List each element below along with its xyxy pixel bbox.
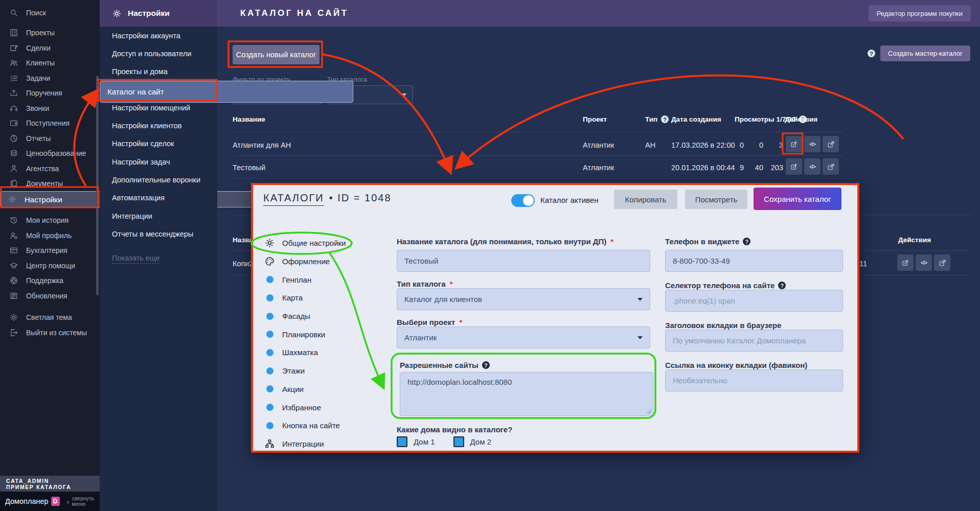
- modal-tab-floors[interactable]: Этажи: [253, 362, 394, 380]
- help-icon[interactable]: ?: [778, 282, 786, 289]
- resize-handle[interactable]: [645, 408, 651, 414]
- embed-code-button[interactable]: </>: [804, 136, 821, 152]
- dot-icon: [264, 384, 275, 394]
- sitemap-icon: [264, 438, 275, 449]
- settings-item-clients[interactable]: Настройки клиентов: [100, 117, 217, 134]
- settings-item-deals[interactable]: Настройки сделок: [100, 135, 217, 153]
- coins-icon: [9, 149, 18, 158]
- embed-code-button[interactable]: </>: [804, 158, 821, 175]
- sidebar-item-support[interactable]: Поддержка: [0, 273, 100, 289]
- code-icon: </>: [809, 142, 815, 147]
- dot-icon: [264, 365, 275, 376]
- phone-selector-input[interactable]: [665, 290, 843, 312]
- modal-id: • ID = 1048: [329, 192, 392, 204]
- external-link-icon: [939, 259, 946, 267]
- catalog-name-input[interactable]: [397, 250, 650, 272]
- sidebar-item-logout[interactable]: Выйти из системы: [0, 325, 100, 340]
- catalog-type-select[interactable]: Каталог для клиентов: [397, 288, 650, 310]
- modal-tab-favorites[interactable]: Избранное: [253, 398, 394, 416]
- settings-item-tasks[interactable]: Настройки задач: [100, 153, 217, 171]
- house2-checkbox[interactable]: [453, 436, 464, 447]
- code-icon: </>: [809, 164, 815, 170]
- settings-item-automation[interactable]: Автоматизация: [100, 189, 217, 207]
- modal-title-link[interactable]: КАТАЛОГИ: [263, 192, 324, 206]
- modal-tab-facades[interactable]: Фасады: [253, 307, 394, 326]
- favicon-input[interactable]: [665, 369, 843, 391]
- house1-checkbox[interactable]: [397, 436, 407, 447]
- view-button[interactable]: Посмотреть: [685, 190, 747, 209]
- modal-tab-layouts[interactable]: Планировки: [253, 325, 394, 343]
- edit-catalog-button[interactable]: [786, 136, 802, 152]
- show-more-link[interactable]: Показать еще: [100, 250, 217, 268]
- purchase-programs-editor-button[interactable]: Редактор программ покупки: [869, 5, 971, 21]
- edit-icon: [902, 259, 909, 267]
- sidebar-item-light-theme[interactable]: Светлая тема: [0, 310, 100, 326]
- open-catalog-button[interactable]: [823, 158, 839, 175]
- embed-code-button[interactable]: </>: [916, 254, 932, 271]
- sidebar-item-deals[interactable]: Сделки: [0, 40, 100, 56]
- dot-icon: [264, 311, 275, 321]
- collapse-menu-button[interactable]: ‹ свернутьменю: [67, 496, 95, 507]
- sidebar-item-updates[interactable]: Обновления: [0, 288, 100, 304]
- modal-tab-general[interactable]: Общие настройки: [253, 234, 394, 252]
- news-icon: [9, 291, 18, 300]
- modal-tab-site-button[interactable]: Кнопка на сайте: [253, 416, 394, 435]
- edit-catalog-button[interactable]: [786, 158, 802, 175]
- modal-tab-appearance[interactable]: Оформление: [253, 252, 394, 271]
- sidebar-item-accounting[interactable]: Бухгалтерия: [0, 243, 100, 259]
- column-header-project: Проект: [583, 115, 607, 123]
- sidebar-item-profile[interactable]: Мой профиль: [0, 228, 100, 243]
- sidebar-item-reports[interactable]: Отчеты: [0, 131, 100, 146]
- sidebar-item-incomes[interactable]: Поступления: [0, 116, 100, 131]
- settings-item-integrations[interactable]: Интеграции: [100, 207, 217, 225]
- save-catalog-button[interactable]: Сохранить каталог: [754, 188, 841, 210]
- project-select[interactable]: Атлантик: [397, 327, 650, 349]
- catalog-name: Тестовый: [233, 164, 265, 172]
- deal-icon: [9, 43, 18, 53]
- modal-tab-map[interactable]: Карта: [253, 289, 394, 307]
- help-icon[interactable]: ?: [868, 50, 875, 57]
- sidebar-item-documents[interactable]: Документы: [0, 176, 100, 192]
- settings-item-messenger-reports[interactable]: Отчеты в мессенджеры: [100, 225, 217, 243]
- chevron-down-icon: [401, 94, 406, 97]
- settings-item-access[interactable]: Доступ и пользователи: [100, 44, 217, 62]
- modal-tab-chessboard[interactable]: Шахматка: [253, 343, 394, 362]
- help-icon[interactable]: ?: [482, 361, 490, 369]
- sidebar-item-tasks[interactable]: Задачи: [0, 71, 100, 86]
- sidebar-item-history[interactable]: Моя история: [0, 213, 100, 228]
- modal-tab-promos[interactable]: Акции: [253, 380, 394, 399]
- settings-item-projects[interactable]: Проекты и дома: [100, 63, 217, 81]
- modal-title: КАТАЛОГИ • ID = 1048: [263, 192, 392, 206]
- modal-tab-integrations[interactable]: Интеграции: [253, 435, 394, 453]
- open-catalog-button[interactable]: [934, 254, 950, 271]
- sidebar-item-projects[interactable]: Проекты: [0, 26, 100, 41]
- sidebar-item-orders[interactable]: Поручения: [0, 86, 100, 101]
- modal-tab-genplan[interactable]: Генплан: [253, 270, 394, 289]
- catalog-active-toggle[interactable]: [511, 194, 535, 207]
- catalog-date-fragment: 11: [859, 260, 867, 268]
- settings-item-account[interactable]: Настройки аккаунта: [100, 27, 217, 44]
- settings-sidebar-title: Настройки: [128, 9, 170, 18]
- sidebar-scrollbar[interactable]: [96, 76, 99, 295]
- open-catalog-button[interactable]: [823, 136, 839, 152]
- create-catalog-button[interactable]: Создать новый каталог: [233, 45, 320, 64]
- sidebar-item-calls[interactable]: Звонки: [0, 101, 100, 116]
- sidebar-item-pricing[interactable]: Ценообразование: [0, 146, 100, 161]
- copy-button[interactable]: Копировать: [614, 190, 677, 209]
- checklist-icon: [9, 74, 18, 83]
- sidebar-item-search[interactable]: Поиск: [0, 5, 100, 20]
- settings-item-funnels[interactable]: Дополнительные воронки: [100, 171, 217, 189]
- brand-logo: D: [51, 497, 60, 506]
- sidebar-item-clients[interactable]: Клиенты: [0, 56, 100, 71]
- edit-catalog-button[interactable]: [897, 254, 914, 271]
- settings-item-site-catalog[interactable]: Каталог на сайт: [100, 81, 353, 103]
- card-icon: [9, 246, 18, 255]
- create-master-catalog-button[interactable]: Создать мастер-каталог: [880, 45, 970, 61]
- tab-title-input[interactable]: [665, 330, 843, 352]
- help-icon[interactable]: ?: [743, 238, 750, 245]
- help-icon[interactable]: ?: [661, 115, 669, 123]
- sidebar-item-help-center[interactable]: Центр помощи: [0, 258, 100, 273]
- allowed-sites-textarea[interactable]: http://domoplan.localhost:8080: [400, 372, 653, 416]
- widget-phone-input[interactable]: [665, 250, 843, 272]
- sidebar-item-agencies[interactable]: Агентства: [0, 161, 100, 176]
